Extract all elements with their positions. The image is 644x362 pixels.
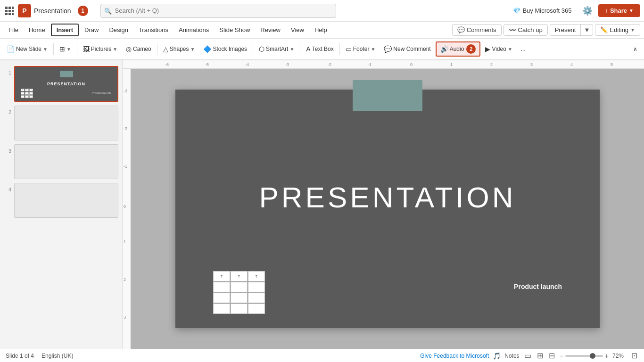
zoom-level[interactable]: 72%	[612, 353, 627, 359]
table-cell	[213, 282, 230, 292]
notes-label[interactable]: Notes	[504, 353, 519, 359]
menu-insert[interactable]: Insert	[51, 24, 79, 36]
table-cell	[248, 282, 265, 292]
share-dropdown-arrow[interactable]: ▼	[629, 8, 634, 13]
editing-button[interactable]: ✏️ Editing ▼	[595, 24, 640, 36]
slide-canvas[interactable]: PRESENTATION Product launch T T T	[175, 90, 600, 328]
menu-transitions[interactable]: Transitions	[134, 25, 173, 35]
menu-animations[interactable]: Animations	[174, 25, 214, 35]
video-dropdown[interactable]: ▼	[508, 47, 512, 52]
table-cell: T	[213, 271, 230, 281]
pictures-dropdown[interactable]: ▼	[113, 47, 117, 52]
svg-text:0: 0	[124, 204, 126, 209]
menu-slideshow[interactable]: Slide Show	[215, 25, 255, 35]
present-button[interactable]: Present ▼	[550, 24, 594, 36]
search-input[interactable]	[100, 4, 336, 18]
feedback-link[interactable]: Give Feedback to Microsoft	[420, 353, 489, 359]
menu-draw[interactable]: Draw	[80, 25, 103, 35]
slide-number-3: 3	[4, 144, 11, 154]
comments-button[interactable]: 💬 Comments	[452, 24, 502, 36]
footer-dropdown[interactable]: ▼	[371, 47, 375, 52]
shapes-dropdown[interactable]: ▼	[190, 47, 195, 52]
slide-thumb-1[interactable]: PRESENTATION Product launch TTT	[14, 66, 118, 102]
svg-text:2: 2	[124, 277, 126, 282]
table-button[interactable]: ⊞ ▼	[56, 43, 75, 55]
zoom-out-button[interactable]: −	[560, 352, 563, 360]
new-slide-icon: 📄	[7, 45, 15, 53]
smartart-dropdown[interactable]: ▼	[289, 47, 294, 52]
svg-rect-5	[12, 10, 14, 12]
toolbar-collapse-button[interactable]: ∧	[629, 44, 641, 54]
search-bar[interactable]: 🔍	[100, 4, 336, 18]
new-comment-button[interactable]: 💬 New Comment	[380, 43, 434, 55]
catchup-button[interactable]: 〰️ Catch up	[504, 24, 548, 36]
svg-rect-2	[12, 7, 14, 9]
slide-view[interactable]: PRESENTATION Product launch T T T	[131, 69, 644, 349]
more-button[interactable]: ...	[517, 44, 529, 54]
svg-text:2: 2	[490, 62, 493, 67]
cameo-button[interactable]: ◎ Cameo	[122, 43, 155, 55]
footer-icon: ▭	[346, 45, 352, 53]
svg-rect-8	[12, 13, 14, 15]
menu-file[interactable]: File	[4, 25, 23, 35]
table-cell	[213, 293, 230, 303]
slide-item-4[interactable]: 4	[0, 181, 122, 220]
slide-item-2[interactable]: 2	[0, 104, 122, 142]
svg-rect-7	[8, 13, 11, 15]
status-right: Give Feedback to Microsoft 🎵 Notes ▭ ⊞ ⊟…	[420, 350, 638, 361]
pencil-icon: ✏️	[600, 26, 608, 33]
slide-thumb-4[interactable]	[14, 183, 118, 218]
menu-review[interactable]: Review	[256, 25, 285, 35]
fit-slide-icon[interactable]: ⊡	[630, 350, 638, 361]
smartart-button[interactable]: ⬡ SmartArt ▼	[255, 43, 298, 55]
zoom-slider[interactable]	[565, 355, 603, 357]
svg-rect-6	[5, 13, 8, 15]
pictures-button[interactable]: 🖼 Pictures ▼	[79, 43, 121, 55]
stock-images-button[interactable]: 🔷 Stock Images	[199, 43, 251, 55]
title-bar: P Presentation 1 🔍 💎 Buy Microsoft 365 ⚙…	[0, 0, 644, 22]
ruler-vertical: -3 -2 -1 0 1 2 3	[123, 69, 131, 349]
new-comment-icon: 💬	[384, 45, 392, 53]
buy-microsoft-365-button[interactable]: 💎 Buy Microsoft 365	[508, 5, 577, 16]
footer-button[interactable]: ▭ Footer ▼	[342, 43, 380, 55]
svg-text:-2: -2	[124, 126, 127, 131]
menu-design[interactable]: Design	[104, 25, 132, 35]
waffle-icon[interactable]	[4, 5, 15, 16]
video-icon: ▶	[485, 45, 490, 53]
slide-thumb-3[interactable]	[14, 144, 118, 179]
new-slide-button[interactable]: 📄 New Slide ▼	[3, 43, 51, 55]
menu-help[interactable]: Help	[310, 25, 332, 35]
slide-item-1[interactable]: 1 PRESENTATION Product launch TTT	[0, 64, 122, 104]
svg-text:-6: -6	[165, 62, 169, 67]
menu-home[interactable]: Home	[24, 25, 50, 35]
slide1-sub: Product launch	[92, 91, 111, 94]
present-label[interactable]: Present	[550, 25, 581, 35]
svg-text:0: 0	[410, 62, 413, 67]
table-cell	[248, 304, 265, 314]
editing-dropdown-arrow[interactable]: ▼	[630, 27, 635, 33]
share-button[interactable]: ↑ Share ▼	[598, 4, 640, 17]
slide-item-3[interactable]: 3	[0, 142, 122, 181]
badge-1: 1	[78, 6, 88, 16]
normal-view-icon[interactable]: ▭	[523, 350, 532, 361]
svg-text:3: 3	[530, 62, 533, 67]
svg-text:-1: -1	[368, 62, 372, 67]
new-slide-dropdown[interactable]: ▼	[43, 47, 48, 52]
video-button[interactable]: ▶ Video ▼	[481, 43, 516, 55]
table-dropdown[interactable]: ▼	[66, 47, 71, 52]
slide-number-2: 2	[4, 106, 11, 115]
slide-thumb-2[interactable]	[14, 106, 118, 140]
separator-2	[77, 43, 77, 55]
present-dropdown[interactable]: ▼	[580, 25, 593, 35]
text-box-icon: A	[306, 45, 310, 53]
svg-text:1: 1	[124, 239, 126, 244]
shapes-button[interactable]: △ Shapes ▼	[159, 43, 199, 55]
reading-view-icon[interactable]: ⊟	[548, 350, 556, 361]
zoom-in-button[interactable]: +	[605, 352, 609, 360]
audio-button[interactable]: 🔊 Audio 2	[436, 41, 481, 57]
menu-bar: File Home Insert Draw Design Transitions…	[0, 22, 644, 39]
settings-icon[interactable]: ⚙️	[580, 4, 594, 18]
text-box-button[interactable]: A Text Box	[302, 43, 337, 55]
menu-view[interactable]: View	[286, 25, 309, 35]
grid-view-icon[interactable]: ⊞	[536, 350, 544, 361]
